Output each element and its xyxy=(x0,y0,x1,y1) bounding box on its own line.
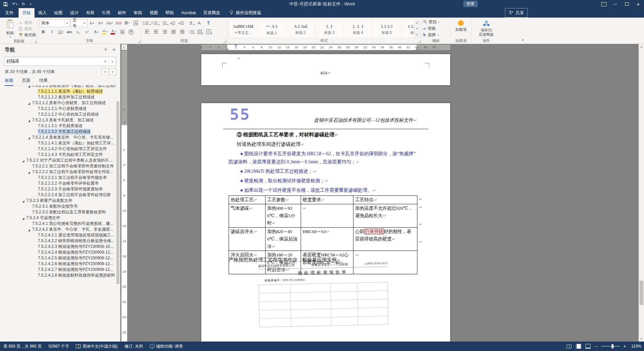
undo-icon[interactable]: ↶▾ xyxy=(12,2,17,6)
doc-paragraph[interactable]: 严格按照热处理工艺指导书作业，检验单应用实例↵ xyxy=(229,257,340,263)
style-item[interactable]: 1. 1. 1标题 4 xyxy=(344,20,373,38)
nav-tree-item[interactable]: 7.5.2.2.2 加工过程不合格零部件处理文件应... xyxy=(0,169,115,175)
nav-tree-item[interactable]: 7.5.2.4.2.8 根据原材料批领用单追溯原材料 xyxy=(0,273,115,278)
nav-tree-item[interactable]: 7.5.2.4.2.6 根据追溯批号PZY230908-12... xyxy=(0,261,115,267)
align-right-button[interactable] xyxy=(161,28,169,36)
ribbon-tab-布局[interactable]: 布局 xyxy=(82,8,98,18)
ribbon-tab-绘图[interactable]: 绘图 xyxy=(50,8,66,18)
show-marks-button[interactable]: ¶ xyxy=(205,19,213,27)
scroll-down-icon[interactable]: ▼ xyxy=(639,336,644,342)
web-layout-button[interactable] xyxy=(585,344,591,349)
font-dialog-launcher-icon[interactable] xyxy=(138,40,140,43)
page-header-text[interactable]: 盘锦中亚石油技术有限公司—12包技术投标文件↵ xyxy=(262,117,417,123)
nav-tree-item[interactable]: 7.5.2.1.1.1 承压件（液缸）材质描述 xyxy=(0,89,115,94)
ribbon-tab-插入[interactable]: 插入 xyxy=(34,8,50,18)
replace-button[interactable]: ab 替换 xyxy=(423,26,449,31)
style-item[interactable]: 1.1.1.1标题 5 xyxy=(373,20,401,38)
nav-tree-item[interactable]: 7.5.2.4.2.1 通过使用现场反馈或现场施工... xyxy=(0,232,115,238)
nav-tab-页面[interactable]: 页面 xyxy=(22,78,30,86)
tab-selector[interactable]: L xyxy=(121,44,127,50)
ribbon-tab-开始[interactable]: 开始 xyxy=(19,8,34,18)
nav-tree-item[interactable]: 7.5.2.2 对于产品加工过程中质检人员发现的不... xyxy=(0,158,115,163)
right-indent-marker[interactable] xyxy=(415,48,418,50)
shrink-font-button[interactable]: A▼ xyxy=(97,19,105,27)
previous-result-icon[interactable]: ∧ xyxy=(102,68,109,75)
ribbon-tab-file[interactable]: 文件 xyxy=(0,8,19,18)
first-line-indent-marker[interactable] xyxy=(234,45,237,47)
nav-tree-item[interactable]: 7.5.2.4.2.2 销售部根据销售台账追溯仓储... xyxy=(0,238,115,244)
nav-tree-item[interactable]: 7.5.2.4.2.5 根据追溯批号PZY230908-12... xyxy=(0,255,115,261)
paragraph-dialog-launcher-icon[interactable] xyxy=(223,40,226,43)
login-button[interactable]: 登录 xyxy=(463,1,478,7)
doc-table-cell[interactable]: 气体渗碳↵ xyxy=(229,204,266,228)
ribbon-tab-帮助[interactable]: 帮助 xyxy=(162,8,178,18)
doc-bullet-paragraph[interactable]: ● 硬度检测，取出检测试件做硬度检测；↵ xyxy=(229,177,417,185)
nav-tree-item[interactable]: 7.5.2.3.1 装配作业指导书 xyxy=(0,204,115,209)
document-scrollbar[interactable]: ▲ ▼ xyxy=(639,44,644,342)
enclose-characters-button[interactable]: 字 xyxy=(127,28,135,36)
share-button[interactable]: 共享 xyxy=(505,8,528,18)
collapse-triangle-icon[interactable] xyxy=(22,159,26,162)
nav-tree-item[interactable]: 7.5.2.1.2.2 中心管的加工过程描述 xyxy=(0,112,115,117)
next-result-icon[interactable]: ∨ xyxy=(109,68,116,75)
horizontal-ruler[interactable]: L 64224681012141618202224262830323436384… xyxy=(120,44,639,51)
doc-bullet-paragraph[interactable]: ● 如果出现一个试件硬度不合格，该批工件需要重新渗碳处理。↵ xyxy=(229,186,417,194)
collapse-triangle-icon[interactable] xyxy=(22,217,26,219)
styles-more-icon[interactable]: ▾ xyxy=(415,32,420,38)
collapse-triangle-icon[interactable] xyxy=(28,85,32,87)
clipboard-dialog-launcher-icon[interactable] xyxy=(34,40,37,43)
nav-tree-item[interactable]: 7.5.2.1.3.2 卡瓦加工过程描述 xyxy=(0,129,115,135)
nav-scrollbar-thumb[interactable] xyxy=(116,101,119,284)
underline-button[interactable]: U▾ xyxy=(57,28,65,36)
asian-layout-button[interactable]: 文▾ xyxy=(187,19,195,27)
copy-button[interactable]: 复制 xyxy=(18,26,36,31)
shading-button[interactable]: ▾ xyxy=(196,28,204,36)
zoom-in-icon[interactable]: + xyxy=(623,344,627,349)
zoom-slider-thumb[interactable] xyxy=(612,344,614,348)
distribute-button[interactable] xyxy=(178,28,186,36)
text-effects-button[interactable]: A▾ xyxy=(92,28,100,36)
nav-tree-item[interactable]: 7.5.2.1.2 具有中心管材质、加工过程描述 xyxy=(0,100,115,106)
nav-tree-item[interactable]: 7.5.2.1.2.1 中心管材质描述 xyxy=(0,106,115,112)
nav-tree-item[interactable]: 7.5.2.2.2.2 不合格零件评审处置单 xyxy=(0,181,115,186)
nav-tree-item[interactable]: 7.5.2.2.1 加工过程不合格零部件质量控制文件 xyxy=(0,163,115,169)
font-color-button[interactable]: A▾ xyxy=(110,28,118,36)
character-shading-button[interactable]: A xyxy=(118,28,127,36)
collapse-triangle-icon[interactable] xyxy=(22,200,26,202)
increase-indent-button[interactable]: ▸ xyxy=(178,19,186,27)
page-855[interactable]: 55 盘锦中亚石油技术有限公司—12包技术投标文件↵ ③ 根据图纸及工艺单要求，… xyxy=(201,103,450,342)
nav-tree-item[interactable]: 7.5.2.2.2.1 加工过程不合格零件报告单 xyxy=(0,175,115,181)
style-item[interactable]: A 1 Aal标题 2 xyxy=(286,20,315,38)
doc-table-cell[interactable]: 硬度要求↵ xyxy=(301,196,353,204)
nav-tree-item[interactable]: 7.5.2.1.3 具有卡瓦材质、加工描述 xyxy=(0,117,115,123)
zoom-level[interactable]: 110% xyxy=(630,344,641,349)
zoom-out-icon[interactable]: − xyxy=(594,344,598,349)
doc-table-cell[interactable]: ↵ xyxy=(301,204,353,228)
font-size-combo[interactable]: 五号▾ xyxy=(71,19,87,27)
doc-table-cell[interactable]: 工艺特点↵ xyxy=(353,196,417,204)
align-center-button[interactable] xyxy=(152,28,160,36)
format-painter-button[interactable]: 格式刷 xyxy=(18,32,36,38)
doc-table-cell[interactable]: 渗碳后淬火↵ xyxy=(229,228,266,251)
page-indicator[interactable]: 第 855 页，共 965 页 xyxy=(3,344,42,349)
nav-tree-item[interactable]: 7.5.2.4 可追溯文件 xyxy=(0,215,115,221)
justify-button[interactable] xyxy=(169,28,178,36)
italic-button[interactable]: I xyxy=(48,28,56,36)
accessibility-indicator[interactable]: i辅助功能: 调查 xyxy=(150,344,183,349)
language-indicator[interactable]: 简体中文(中国大陆) xyxy=(76,344,118,349)
document-scrollbar-thumb[interactable] xyxy=(640,281,643,305)
nav-tree-item[interactable]: 7.5.2.4.2 承压件、中心管、卡瓦、非金属密... xyxy=(0,227,115,232)
styles-dialog-launcher-icon[interactable] xyxy=(418,40,420,43)
nav-options-chevron-icon[interactable]: ∨ xyxy=(104,47,107,52)
nav-tab-标题[interactable]: 标题 xyxy=(5,78,13,86)
nav-tree-item[interactable]: 7.5.2.4.2.3 根据追溯批号PZY230608-15... xyxy=(0,244,115,250)
find-button[interactable]: 查找▾ xyxy=(423,19,449,25)
read-mode-button[interactable] xyxy=(566,344,572,349)
doc-heading[interactable]: ③ 根据图纸及工艺单要求，对材料渗碳处理↵ xyxy=(237,132,338,138)
minimize-icon[interactable] xyxy=(610,0,621,8)
tell-me-search[interactable]: 操作说明搜索 xyxy=(229,8,261,18)
grow-font-button[interactable]: A▲ xyxy=(88,19,96,27)
nav-tree-item[interactable]: 7.5.2.3.2 装配过程以及工序质量验收资料 xyxy=(0,209,115,215)
nav-tree-item[interactable]: 7.5.2.1.1 具有承压件（液缸）材质、加工过程描述 xyxy=(0,85,115,89)
nav-tree-item[interactable]: 7.5.2.1.1.2 承压件加工过程描述 xyxy=(0,94,115,100)
